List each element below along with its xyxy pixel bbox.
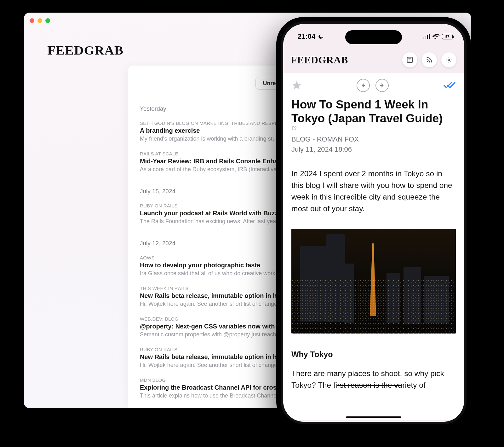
articles-button[interactable] bbox=[402, 52, 417, 67]
article-paragraph: There are many places to shoot, so why p… bbox=[291, 368, 456, 391]
gear-icon bbox=[445, 56, 452, 63]
svg-rect-0 bbox=[423, 37, 424, 39]
svg-point-8 bbox=[427, 61, 428, 62]
window-close-button[interactable] bbox=[30, 18, 34, 23]
home-indicator[interactable] bbox=[346, 416, 401, 418]
iphone-device: 21:04 bbox=[276, 17, 471, 429]
star-icon bbox=[291, 80, 302, 91]
feeds-button[interactable] bbox=[422, 52, 437, 67]
external-link-icon bbox=[291, 125, 297, 131]
article-paragraph: In 2024 I spent over 2 months in Tokyo s… bbox=[291, 168, 456, 214]
star-button[interactable] bbox=[291, 80, 302, 91]
dynamic-island bbox=[345, 30, 402, 44]
article-image bbox=[291, 229, 456, 334]
mark-read-button[interactable] bbox=[443, 81, 456, 90]
double-check-icon bbox=[443, 81, 456, 90]
svg-rect-2 bbox=[427, 35, 428, 39]
cellular-icon bbox=[423, 34, 430, 39]
traffic-lights bbox=[30, 18, 50, 23]
battery-indicator: 57 bbox=[442, 34, 453, 39]
prev-article-button[interactable] bbox=[357, 79, 370, 92]
article-heading: Why Tokyo bbox=[291, 350, 456, 359]
arrow-left-icon bbox=[360, 82, 366, 89]
window-minimize-button[interactable] bbox=[37, 18, 42, 23]
svg-rect-1 bbox=[425, 36, 426, 39]
app-logo: FEEDGRAB bbox=[291, 54, 348, 66]
svg-rect-3 bbox=[429, 34, 430, 39]
next-article-button[interactable] bbox=[375, 79, 389, 92]
article-source: BLOG - ROMAN FOX bbox=[291, 135, 456, 143]
article-view: How To Spend 1 Week In Tokyo (Japan Trav… bbox=[283, 73, 464, 420]
status-time: 21:04 bbox=[298, 32, 315, 41]
article-toolbar bbox=[291, 73, 456, 98]
settings-button[interactable] bbox=[441, 52, 456, 67]
open-external-button[interactable] bbox=[291, 125, 456, 131]
iphone-screen: 21:04 bbox=[283, 24, 464, 422]
window-fullscreen-button[interactable] bbox=[45, 18, 50, 23]
wifi-icon bbox=[432, 34, 439, 39]
battery-level: 57 bbox=[442, 34, 453, 39]
newspaper-icon bbox=[406, 56, 413, 63]
svg-point-9 bbox=[448, 59, 450, 61]
arrow-right-icon bbox=[379, 82, 385, 89]
app-header: FEEDGRAB bbox=[283, 48, 464, 73]
rss-icon bbox=[426, 56, 433, 63]
article-date: July 11, 2024 18:06 bbox=[291, 145, 456, 154]
article-title: How To Spend 1 Week In Tokyo (Japan Trav… bbox=[291, 98, 443, 125]
app-logo: FEEDGRAB bbox=[47, 43, 123, 58]
moon-icon bbox=[318, 34, 324, 39]
